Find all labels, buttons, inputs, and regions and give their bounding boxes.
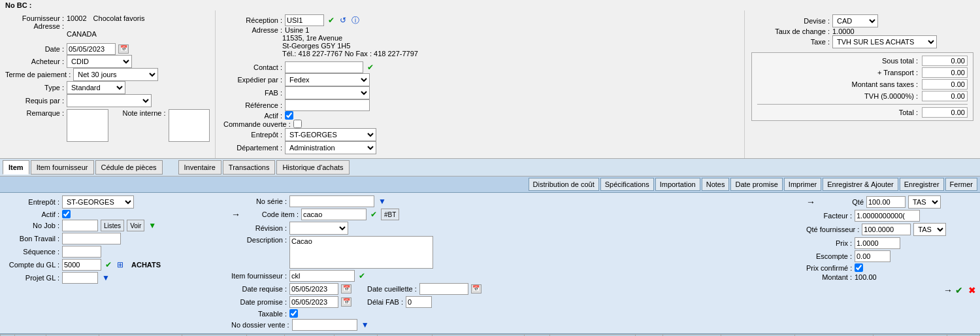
enregistrer-btn[interactable]: Enregistrer xyxy=(900,178,944,191)
voir-btn[interactable]: Voir xyxy=(127,220,144,231)
date-cueillette-cal-icon[interactable]: 📅 xyxy=(471,284,482,294)
contact-input[interactable] xyxy=(285,61,363,73)
facteur-input[interactable] xyxy=(855,210,920,222)
reception-input[interactable] xyxy=(285,14,324,26)
taxable-checkbox[interactable] xyxy=(289,309,298,318)
prix-input[interactable] xyxy=(855,237,900,249)
table-area: # Actif # Produit No. Réf. Fourn. Descri… xyxy=(0,333,980,336)
specifications-btn[interactable]: Spécifications xyxy=(600,178,654,191)
sequence-input[interactable] xyxy=(62,246,101,258)
prix-confirme-checkbox[interactable] xyxy=(855,263,863,272)
hash-bt-btn[interactable]: #BT xyxy=(381,209,399,220)
reception-refresh-btn[interactable]: ↺ xyxy=(338,16,348,25)
cancel-cross-icon[interactable]: ✖ xyxy=(968,285,976,295)
reception-info-btn[interactable]: ⓘ xyxy=(350,15,361,26)
detail-actif-checkbox[interactable] xyxy=(62,210,71,218)
requis-par-select[interactable] xyxy=(67,94,152,107)
note-interne-textarea[interactable] xyxy=(169,109,210,142)
reference-label: Référence : xyxy=(223,101,282,109)
item-fournisseur-detail-label: Item fournisseur : xyxy=(231,272,287,280)
taxe-select[interactable]: TVH SUR LES ACHATS xyxy=(832,35,937,48)
compte-gl-check-btn[interactable]: ✔ xyxy=(104,260,113,269)
acheteur-row: Acheteur : CDID xyxy=(5,55,210,68)
no-job-check-btn[interactable]: ▼ xyxy=(147,221,157,230)
projet-gl-label: Projet GL : xyxy=(4,274,59,282)
entrepot-mid-select[interactable]: ST-GEORGES xyxy=(285,128,376,141)
expedier-label: Expédier par : xyxy=(223,76,282,84)
date-cueillette-input[interactable] xyxy=(419,283,468,295)
expedier-select[interactable]: Fedex xyxy=(285,73,370,86)
no-serie-input[interactable] xyxy=(289,195,374,207)
contact-check-btn[interactable]: ✔ xyxy=(366,63,375,72)
detail-no-job-label: No Job : xyxy=(4,222,59,229)
date-requise-input[interactable] xyxy=(289,283,338,295)
date-promise-detail-input[interactable] xyxy=(289,296,338,308)
tab-historique[interactable]: Historique d'achats xyxy=(276,160,349,175)
tab-inventaire[interactable]: Inventaire xyxy=(178,160,221,175)
no-dossier-vente-btn[interactable]: ▼ xyxy=(360,320,370,329)
escompte-input[interactable] xyxy=(855,250,890,262)
entrepot-mid-label: Entrepôt : xyxy=(223,131,282,139)
transport-value: 0.00 xyxy=(922,67,968,78)
notes-btn[interactable]: Notes xyxy=(702,178,730,191)
type-select[interactable]: Standard xyxy=(67,81,125,94)
bon-travail-input[interactable] xyxy=(62,233,121,244)
requis-par-label: Requis par : xyxy=(5,97,64,105)
tab-item[interactable]: Item xyxy=(3,160,29,175)
qte-unit-select[interactable]: TAS xyxy=(908,195,941,209)
reception-check-btn[interactable]: ✔ xyxy=(327,16,336,25)
remarque-textarea[interactable] xyxy=(67,109,108,142)
compte-gl-input[interactable] xyxy=(62,259,101,271)
code-item-input[interactable] xyxy=(301,209,367,220)
fab-select[interactable] xyxy=(285,86,370,99)
tab-cédule-pièces[interactable]: Cédule de pièces xyxy=(95,160,163,175)
actif-checkbox[interactable] xyxy=(285,111,293,120)
contact-label: Contact : xyxy=(223,63,282,71)
distribution-cout-btn[interactable]: Distribution de coût xyxy=(529,178,599,191)
listes-btn[interactable]: Listes xyxy=(101,220,124,231)
detail-entrepot-select[interactable]: ST-GEORGES xyxy=(62,195,134,209)
projet-gl-btn[interactable]: ▼ xyxy=(101,273,111,282)
no-dossier-vente-input[interactable] xyxy=(292,319,357,331)
date-calendar-icon[interactable]: 📅 xyxy=(118,44,129,54)
description-textarea[interactable]: Cacao xyxy=(289,236,433,269)
date-input[interactable] xyxy=(67,43,116,55)
tab-transactions[interactable]: Transactions xyxy=(223,160,276,175)
departement-select[interactable]: Administration xyxy=(285,141,376,154)
fab-row: FAB : xyxy=(223,86,736,99)
acheteur-select[interactable]: CDID xyxy=(67,55,132,68)
prix-confirme-row: Prix confirmé : xyxy=(806,263,976,272)
commande-ouverte-checkbox[interactable] xyxy=(293,120,302,128)
item-fournisseur-detail-input[interactable] xyxy=(289,270,355,282)
item-fournisseur-check-btn[interactable]: ✔ xyxy=(357,271,367,280)
detail-no-job-input[interactable] xyxy=(62,220,98,231)
reception-row: Réception : ✔ ↺ ⓘ xyxy=(223,14,736,26)
qte-fournisseur-input[interactable] xyxy=(862,224,911,235)
date-promise-cal-icon[interactable]: 📅 xyxy=(341,297,351,307)
no-serie-dropdown-btn[interactable]: ▼ xyxy=(377,197,387,206)
fermer-btn[interactable]: Fermer xyxy=(945,178,977,191)
imprimer-btn[interactable]: Imprimer xyxy=(784,178,821,191)
terme-paiement-select[interactable]: Net 30 jours xyxy=(73,68,158,81)
revision-select[interactable] xyxy=(289,222,348,235)
compte-gl-add-btn[interactable]: ⊞ xyxy=(116,260,125,269)
date-requise-label: Date requise : xyxy=(231,285,287,293)
save-checkmark-icon[interactable]: ✔ xyxy=(955,285,963,295)
description-row: Description : Cacao xyxy=(231,236,801,269)
reference-input[interactable] xyxy=(285,99,370,111)
importation-btn[interactable]: Importation xyxy=(655,178,700,191)
date-promise-btn[interactable]: Date promise xyxy=(730,178,782,191)
qte-input[interactable] xyxy=(866,196,906,208)
montant-sans-taxes-label: Montant sans taxes : xyxy=(826,80,918,88)
remarque-label: Remarque : xyxy=(5,109,64,117)
date-requise-cal-icon[interactable]: 📅 xyxy=(341,284,351,294)
tab-item-fournisseur[interactable]: Item fournisseur xyxy=(31,160,94,175)
devise-select[interactable]: CAD xyxy=(832,14,878,27)
enregistrer-ajouter-btn[interactable]: Enregistrer & Ajouter xyxy=(823,178,898,191)
qte-fournisseur-unit-select[interactable]: TAS xyxy=(913,223,946,236)
code-item-check-btn[interactable]: ✔ xyxy=(369,210,378,219)
taux-change-label: Taux de change : xyxy=(751,27,830,35)
sous-total-label: Sous total : xyxy=(826,57,918,65)
projet-gl-input[interactable] xyxy=(62,272,98,284)
delai-fab-input[interactable] xyxy=(406,296,432,308)
